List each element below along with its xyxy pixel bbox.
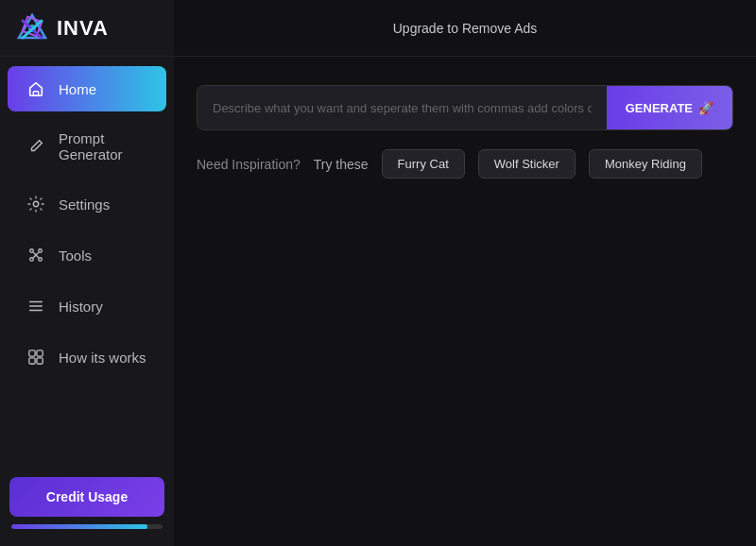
inspiration-row: Need Inspiration? Try these Furry Cat Wo… — [197, 149, 733, 179]
generate-label: GENERATE — [626, 101, 693, 115]
svg-rect-16 — [29, 350, 35, 356]
home-icon — [26, 79, 45, 98]
svg-point-7 — [30, 258, 34, 262]
generate-button[interactable]: GENERATE 🚀 — [607, 85, 732, 130]
main-content: Upgrade to Remove Ads GENERATE 🚀 Need In… — [174, 0, 756, 546]
edit-icon — [26, 137, 45, 156]
logo-text: INVA — [57, 16, 109, 41]
grid-icon — [26, 348, 45, 367]
svg-point-12 — [39, 258, 43, 262]
sidebar-item-tools[interactable]: Tools — [8, 232, 166, 278]
sidebar-item-history[interactable]: History — [8, 283, 166, 329]
sidebar-item-settings-label: Settings — [59, 196, 110, 213]
suggestion-monkey-riding[interactable]: Monkey Riding — [589, 149, 702, 179]
content-area: GENERATE 🚀 Need Inspiration? Try these F… — [174, 57, 756, 546]
history-icon — [26, 297, 45, 316]
svg-rect-19 — [37, 358, 43, 364]
sidebar-bottom: Credit Usage — [0, 466, 174, 546]
sidebar-item-settings[interactable]: Settings — [8, 181, 166, 227]
sidebar-item-how-label: How its works — [59, 350, 146, 366]
upgrade-label: Upgrade to Remove Ads — [393, 21, 538, 36]
search-input[interactable] — [198, 101, 607, 115]
logo-area: INVA — [0, 0, 174, 57]
sidebar-item-how-it-works[interactable]: How its works — [8, 334, 166, 380]
sidebar-item-prompt-label: Prompt Generator — [59, 130, 147, 162]
top-bar: Upgrade to Remove Ads — [174, 0, 756, 57]
sidebar-item-prompt-generator[interactable]: Prompt Generator — [8, 117, 166, 176]
rocket-icon: 🚀 — [698, 101, 713, 115]
credit-bar-background — [11, 524, 163, 529]
sidebar: INVA Home Prompt Generator — [0, 0, 174, 546]
search-bar: GENERATE 🚀 — [197, 85, 733, 130]
svg-rect-17 — [37, 350, 43, 356]
credit-usage-button[interactable]: Credit Usage — [9, 477, 164, 517]
suggestion-wolf-sticker[interactable]: Wolf Sticker — [478, 149, 576, 179]
settings-icon — [26, 195, 45, 213]
logo-icon — [15, 11, 49, 45]
svg-point-6 — [33, 201, 38, 206]
sidebar-item-home[interactable]: Home — [8, 66, 166, 111]
svg-rect-18 — [29, 358, 35, 364]
suggestion-furry-cat[interactable]: Furry Cat — [382, 149, 465, 179]
credit-bar-fill — [11, 524, 147, 529]
sidebar-item-home-label: Home — [59, 81, 96, 97]
svg-point-10 — [30, 249, 34, 253]
tools-icon — [26, 246, 45, 264]
need-inspiration-text: Need Inspiration? — [197, 157, 301, 172]
nav-list: Home Prompt Generator Settings — [0, 57, 174, 466]
svg-point-8 — [39, 249, 43, 253]
sidebar-item-tools-label: Tools — [59, 247, 92, 264]
sidebar-item-history-label: History — [59, 299, 103, 315]
try-these-text: Try these — [314, 157, 369, 172]
